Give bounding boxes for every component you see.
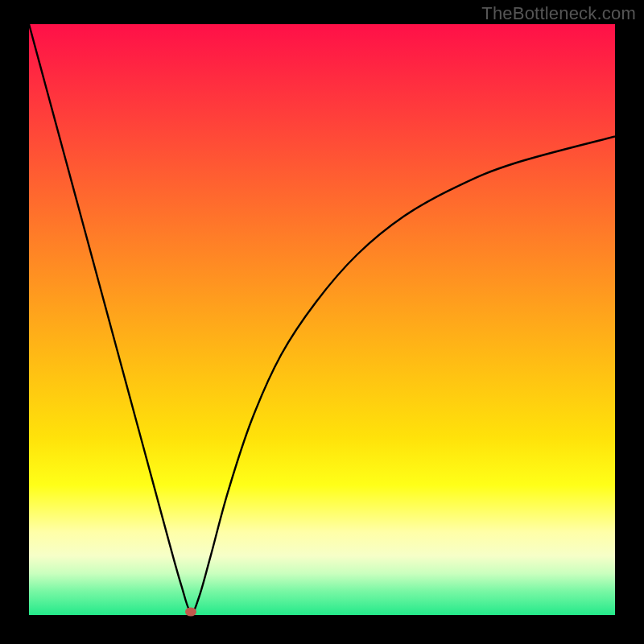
chart-frame: TheBottleneck.com	[0, 0, 644, 644]
plot-area	[29, 24, 615, 615]
watermark-text: TheBottleneck.com	[481, 3, 636, 24]
bottleneck-marker	[185, 608, 196, 617]
curve-layer	[29, 24, 615, 615]
bottleneck-curve	[29, 24, 615, 613]
